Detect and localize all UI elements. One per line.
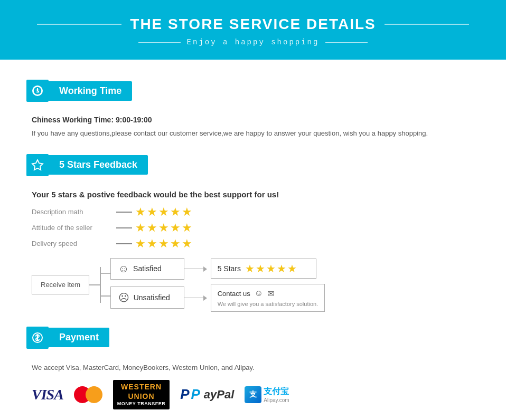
h-line-upper [101,273,110,274]
star-5: ★ [182,206,192,218]
working-time-title: Working Time [59,85,121,96]
paypal-p-light: P [191,386,200,403]
result-star-1: ★ [245,263,255,274]
contact-title-row: Contact us ☺ ✉ [218,289,318,299]
clock-icon [31,84,44,97]
star-1: ★ [135,222,146,234]
stars-attitude: ★ ★ ★ ★ ★ [135,222,192,234]
payment-title: Payment [59,332,99,342]
branch-connector [89,264,110,306]
rating-row-description: Description math ★ ★ ★ ★ ★ [32,206,480,218]
payment-content: We accept Visa, MasterCard, MoneyBookers… [26,357,480,409]
working-time-content: Chiness Working Time: 9:00-19:00 If you … [26,110,480,139]
western-union-logo: WESTERNUNION MONEY TRANSFER [113,380,170,409]
svg-marker-5 [32,160,43,170]
paypal-text: ayPal [204,388,235,402]
arrowhead-unsatisfied [203,295,207,301]
working-time-label: Chiness Working Time: [32,116,114,124]
visa-logo: VISA [32,386,63,403]
star-2: ★ [147,222,157,234]
stars-title-box: 5 Stars Feedback [49,155,148,175]
header-line-right [385,24,469,25]
wu-text-sub: MONEY TRANSFER [117,401,165,407]
result-star-5: ★ [287,263,297,274]
contact-us-label: Contact us [218,290,250,298]
payment-logos: VISA WESTERNUNION MONEY TRANSFER P P ayP… [32,380,480,409]
five-stars-result-box: 5 Stars ★ ★ ★ ★ ★ [211,259,316,279]
unsatisfied-row: ☹ Unsatisfied Contact us [110,284,325,312]
working-time-title-box: Working Time [49,81,132,101]
rating-line-delivery [116,243,132,244]
payment-header: Payment [26,327,480,349]
dollar-icon [31,331,44,344]
arrow-to-5stars [184,269,211,270]
star-5: ★ [182,222,192,234]
alipay-name: 支付宝 [264,386,289,397]
alipay-domain: Alipay.com [264,397,289,403]
wu-text-top: WESTERNUNION [117,382,165,401]
rating-label-description: Description math [32,208,116,216]
h-line-lower [101,295,110,297]
alipay-logo: 支 支付宝 Alipay.com [245,386,289,403]
star-1: ★ [135,206,146,218]
mastercard-logo [74,386,102,403]
paypal-logo: P P ayPal [180,386,234,403]
contact-smile-icon: ☺ [255,289,263,298]
star-3: ★ [158,222,169,234]
arrowhead-satisfied [203,266,207,272]
header-subtitle: Enjoy a happy shopping [11,38,495,46]
arrow-line-unsatisfied [184,298,207,299]
result-stars: ★ ★ ★ ★ ★ [245,263,297,274]
working-time-description: If you have any questions,please contact… [32,128,480,139]
mc-orange-circle [86,386,102,403]
h-line-main [89,284,100,285]
h-lines-branches [101,267,110,303]
alipay-combined: 支 支付宝 Alipay.com [245,386,289,403]
working-time-main: Chiness Working Time: 9:00-19:00 [32,116,480,124]
star-outline-icon [31,159,44,171]
arrow-line-satisfied [184,269,207,270]
star-4: ★ [170,238,181,250]
contact-description: We will give you a satisfactory solution… [218,301,318,307]
rating-line-description [116,212,132,213]
stars-content: Your 5 stars & postive feedback would be… [26,185,480,312]
stars-feedback-section: 5 Stars Feedback Your 5 stars & postive … [26,154,480,312]
rating-label-delivery: Delivery speed [32,240,116,247]
svg-point-3 [36,90,37,91]
star-4: ★ [170,222,181,234]
satisfied-label: Satisfied [133,264,162,273]
satisfaction-diagram: Receive item [32,258,480,312]
unsatisfied-label: Unsatisfied [134,293,170,302]
payment-icon-box [26,327,49,349]
working-time-header: Working Time [26,80,480,102]
arrow-to-contact [184,298,211,299]
star-5: ★ [182,238,192,250]
stars-feedback-title: 5 Stars Feedback [59,159,137,170]
frown-icon: ☹ [118,291,129,304]
contact-result-box: Contact us ☺ ✉ We will give you a satisf… [211,284,325,312]
working-time-icon-box [26,80,49,102]
email-icon: ✉ [267,289,274,299]
smile-icon: ☺ [118,263,129,275]
star-2: ★ [147,238,157,250]
page-title: THE STORE SERVICE DETAILS [130,16,376,33]
result-star-4: ★ [277,263,286,274]
star-4: ★ [170,206,181,218]
payment-section: Payment We accept Visa, MasterCard, Mone… [26,327,480,409]
five-stars-text: 5 Stars [218,264,241,273]
feedback-options: ☺ Satisfied 5 Stars [110,258,325,312]
main-content: Working Time Chiness Working Time: 9:00-… [0,60,506,420]
star-1: ★ [135,238,146,250]
rating-row-delivery: Delivery speed ★ ★ ★ ★ ★ [32,238,480,250]
unsatisfied-box: ☹ Unsatisfied [110,287,184,309]
stars-feedback-header: 5 Stars Feedback [26,154,480,176]
alipay-symbol: 支 [249,390,257,399]
stars-headline: Your 5 stars & postive feedback would be… [32,190,480,199]
receive-item-label: Receive item [41,281,80,289]
working-time-value: 9:00-19:00 [116,116,152,124]
satisfied-row: ☺ Satisfied 5 Stars [110,258,325,280]
rating-line-attitude [116,227,132,228]
result-star-2: ★ [256,263,265,274]
rating-row-attitude: Attitude of the seller ★ ★ ★ ★ ★ [32,222,480,234]
working-time-section: Working Time Chiness Working Time: 9:00-… [26,80,480,139]
